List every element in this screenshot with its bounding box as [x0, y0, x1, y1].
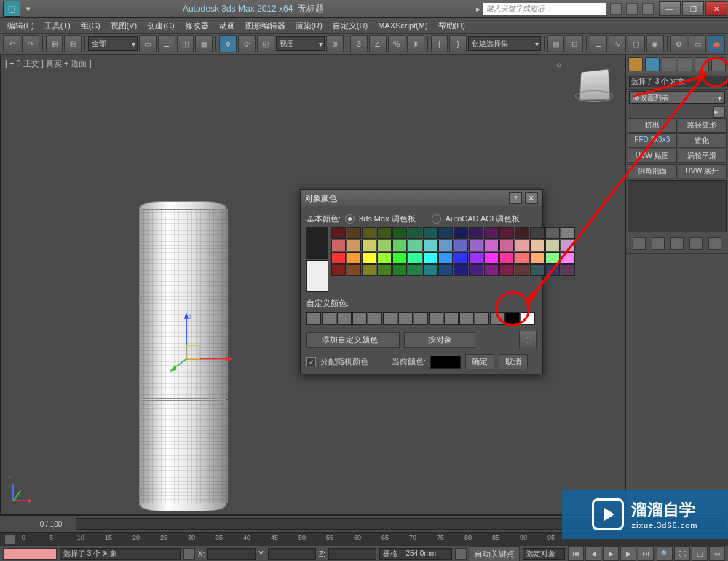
- ref-coord-dropdown[interactable]: 视图: [276, 36, 325, 51]
- help-icon[interactable]: [642, 3, 654, 15]
- color-swatch[interactable]: [499, 264, 514, 276]
- by-object-button[interactable]: 按对象: [404, 332, 475, 348]
- snap-button[interactable]: 3: [350, 35, 368, 52]
- color-swatch[interactable]: [545, 227, 560, 239]
- unlink-button[interactable]: ⛓: [64, 35, 82, 52]
- color-swatch[interactable]: [545, 252, 560, 264]
- mod-pathdeform[interactable]: 路径变形: [678, 118, 727, 133]
- display-tab-icon[interactable]: [695, 57, 709, 71]
- color-swatch[interactable]: [469, 240, 483, 251]
- modify-tab-icon[interactable]: [645, 57, 660, 71]
- color-swatch[interactable]: [499, 227, 514, 239]
- create-tab-icon[interactable]: [628, 57, 643, 71]
- nav-zoom-button[interactable]: 🔍: [657, 546, 673, 561]
- color-swatch[interactable]: [438, 264, 453, 276]
- color-swatch[interactable]: [347, 240, 361, 251]
- scale-button[interactable]: ◱: [257, 35, 274, 52]
- lock-icon[interactable]: [183, 548, 195, 560]
- maximize-button[interactable]: ❐: [682, 1, 704, 16]
- palette-3dsmax-radio[interactable]: [345, 214, 355, 224]
- align-button[interactable]: ⊟: [566, 35, 583, 52]
- color-swatch[interactable]: [377, 240, 392, 251]
- dialog-close-button[interactable]: ✕: [525, 192, 538, 204]
- scene-object-cylinder[interactable]: [139, 201, 226, 507]
- hierarchy-tab-icon[interactable]: [662, 57, 676, 71]
- angle-snap-button[interactable]: ∠: [369, 35, 387, 52]
- named-sel-prev-button[interactable]: {: [431, 35, 448, 52]
- mirror-button[interactable]: ▥: [547, 35, 565, 52]
- color-swatch[interactable]: [347, 264, 361, 276]
- menu-group[interactable]: 组(G): [76, 19, 105, 33]
- color-swatch[interactable]: [561, 240, 575, 251]
- color-swatch[interactable]: [515, 252, 529, 264]
- color-swatch[interactable]: [392, 240, 407, 251]
- viewcube[interactable]: [572, 63, 616, 106]
- color-swatch[interactable]: [530, 252, 545, 264]
- coord-x-input[interactable]: [207, 548, 256, 560]
- move-button[interactable]: ✥: [219, 35, 237, 52]
- dialog-titlebar[interactable]: 对象颜色 ?✕: [301, 190, 542, 206]
- mod-turbosmooth[interactable]: 涡轮平滑: [678, 149, 727, 163]
- color-swatch[interactable]: [362, 252, 376, 264]
- home-icon[interactable]: ⌂: [556, 60, 566, 70]
- color-swatch[interactable]: [515, 264, 529, 276]
- track-toggle-button[interactable]: [4, 534, 16, 544]
- redo-button[interactable]: ↷: [22, 35, 39, 52]
- percent-snap-button[interactable]: %: [388, 35, 405, 52]
- color-swatch[interactable]: [499, 240, 514, 251]
- selection-filter-dropdown[interactable]: 全部: [88, 36, 138, 51]
- current-color-swatch[interactable]: [430, 356, 461, 369]
- color-swatch[interactable]: [423, 252, 438, 264]
- color-swatch[interactable]: [469, 264, 483, 276]
- color-swatch[interactable]: [515, 227, 529, 239]
- color-swatch[interactable]: [377, 227, 392, 239]
- goto-start-button[interactable]: ⏮: [568, 546, 584, 561]
- add-custom-color-button[interactable]: 添加自定义颜色...: [306, 332, 400, 348]
- color-swatch[interactable]: [530, 227, 545, 239]
- color-swatch[interactable]: [331, 252, 346, 264]
- object-name-input[interactable]: [629, 76, 726, 87]
- mod-uvwmap[interactable]: UVW 贴图: [628, 149, 677, 163]
- autokey-button[interactable]: 自动关键点: [470, 546, 520, 562]
- make-unique-button[interactable]: [670, 237, 684, 250]
- random-color-checkbox[interactable]: ✓: [306, 357, 316, 366]
- search-input[interactable]: 健入关键字或短语: [483, 3, 606, 15]
- link-button[interactable]: ⛓: [46, 35, 63, 52]
- coord-z-input[interactable]: [328, 548, 376, 560]
- modifier-stack[interactable]: [628, 180, 727, 232]
- menu-create[interactable]: 创建(C): [143, 19, 178, 33]
- menu-render[interactable]: 渲染(R): [291, 19, 327, 33]
- select-button[interactable]: ▭: [139, 35, 157, 52]
- black-swatch[interactable]: [306, 227, 328, 259]
- minimize-button[interactable]: —: [659, 1, 681, 16]
- color-swatch[interactable]: [484, 240, 499, 251]
- color-swatch[interactable]: [454, 264, 468, 276]
- color-swatch[interactable]: [530, 240, 545, 251]
- mod-taper[interactable]: 锥化: [678, 133, 727, 148]
- menu-animation[interactable]: 动画: [215, 19, 240, 33]
- dialog-help-button[interactable]: ?: [509, 192, 522, 204]
- pivot-button[interactable]: ⊕: [326, 35, 344, 52]
- color-swatch[interactable]: [331, 227, 346, 239]
- color-swatch[interactable]: [484, 227, 499, 239]
- named-sel-next-button[interactable]: }: [449, 35, 467, 52]
- mod-extrude[interactable]: 挤出: [628, 118, 677, 133]
- white-swatch[interactable]: [306, 260, 328, 292]
- color-swatch[interactable]: [469, 227, 483, 239]
- star-icon[interactable]: [626, 3, 638, 15]
- color-swatch[interactable]: [545, 240, 560, 251]
- color-swatch[interactable]: [423, 227, 438, 239]
- frame-indicator[interactable]: 0 / 100: [29, 520, 73, 528]
- render-button[interactable]: 🫖: [708, 35, 725, 52]
- mod-bevelprofile[interactable]: 倒角剖面: [628, 164, 677, 178]
- color-swatch[interactable]: [454, 227, 468, 239]
- key-target[interactable]: 选定对象: [523, 548, 565, 560]
- color-swatch[interactable]: [408, 264, 422, 276]
- next-frame-button[interactable]: ▶: [620, 546, 636, 561]
- spinner-snap-button[interactable]: ⬍: [407, 35, 424, 52]
- color-swatch[interactable]: [347, 227, 361, 239]
- curve-editor-button[interactable]: ∿: [609, 35, 626, 52]
- named-selection-dropdown[interactable]: 创建选择集: [468, 36, 540, 51]
- color-swatch[interactable]: [484, 264, 499, 276]
- ok-button[interactable]: 确定: [465, 354, 494, 369]
